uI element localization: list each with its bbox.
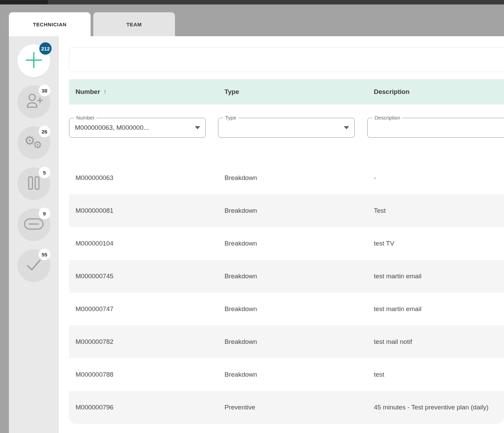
- cell-number: M000000104: [69, 240, 218, 247]
- cell-description: -: [367, 174, 504, 182]
- cell-number: M000000782: [69, 338, 218, 346]
- cell-type: Breakdown: [218, 207, 367, 214]
- toolbar-search-box[interactable]: [69, 47, 504, 72]
- cell-type: Breakdown: [218, 174, 367, 182]
- link-icon: [24, 218, 44, 231]
- filter-row: Number M000000063, M000000... Type Descr…: [69, 118, 504, 138]
- paused-button[interactable]: 5: [17, 167, 50, 200]
- plus-icon: [25, 51, 43, 70]
- badge-count: 212: [39, 42, 52, 55]
- cell-description: test TV: [367, 240, 504, 247]
- table-row[interactable]: M000000788 Breakdown test: [69, 358, 504, 391]
- cell-description: Test: [367, 207, 504, 214]
- linked-button[interactable]: 9: [17, 208, 50, 241]
- table-row[interactable]: M000000081 Breakdown Test: [69, 194, 504, 227]
- badge-count: 38: [39, 85, 50, 96]
- chevron-down-icon: [195, 126, 200, 129]
- window-top-bar: [0, 0, 504, 4]
- description-filter-input[interactable]: Description: [367, 118, 504, 138]
- cell-description: test mail notif: [367, 338, 504, 346]
- cell-type: Preventive: [218, 404, 367, 411]
- badge-count: 5: [39, 167, 50, 178]
- cell-number: M000000081: [69, 207, 218, 214]
- window-top-bar-segment: [0, 0, 48, 4]
- type-filter-label: Type: [223, 115, 239, 121]
- cell-type: Breakdown: [218, 338, 367, 346]
- cell-number: M000000747: [69, 305, 218, 313]
- create-work-order-button[interactable]: 212: [17, 44, 50, 77]
- cell-description: test martin email: [367, 273, 504, 280]
- tab-team[interactable]: TEAM: [93, 12, 175, 36]
- tab-team-label: TEAM: [126, 22, 142, 27]
- type-filter-value: [218, 118, 354, 137]
- person-add-icon: [25, 93, 43, 110]
- column-header-description[interactable]: Description: [367, 88, 504, 96]
- cell-description: test: [367, 371, 504, 378]
- cell-description: 45 minutes - Test preventive plan (daily…: [367, 404, 504, 411]
- tab-technician[interactable]: TECHNICIAN: [9, 12, 91, 36]
- table-row[interactable]: M000000745 Breakdown test martin email: [69, 260, 504, 293]
- gears-icon: ⚙⚙: [24, 135, 43, 151]
- cell-type: Breakdown: [218, 273, 367, 280]
- table-row[interactable]: M000000063 Breakdown -: [69, 162, 504, 194]
- table-body: M000000063 Breakdown - M000000081 Breakd…: [69, 162, 504, 424]
- table-row[interactable]: M000000796 Preventive 45 minutes - Test …: [69, 391, 504, 424]
- description-filter-value: [368, 118, 504, 137]
- badge-count: 26: [39, 126, 50, 137]
- cell-type: Breakdown: [218, 371, 367, 378]
- cell-type: Breakdown: [218, 305, 367, 313]
- assign-person-button[interactable]: 38: [17, 85, 50, 118]
- cell-number: M000000788: [69, 371, 218, 378]
- main-panel: 212 38 ⚙⚙ 26: [9, 36, 504, 433]
- sort-asc-icon: ↑: [104, 88, 107, 95]
- content-area: Number↑ Type Description Number M0000000…: [59, 36, 504, 433]
- in-progress-button[interactable]: ⚙⚙ 26: [17, 126, 50, 159]
- table-header-row: Number↑ Type Description: [69, 79, 504, 104]
- cell-number: M000000796: [69, 404, 218, 411]
- tab-bar: TECHNICIAN TEAM: [9, 12, 175, 36]
- pause-icon: [28, 176, 40, 191]
- cell-description: test martin email: [367, 305, 504, 313]
- check-icon: [26, 259, 42, 273]
- badge-count: 9: [39, 208, 50, 219]
- cell-number: M000000063: [69, 174, 218, 182]
- tab-technician-label: TECHNICIAN: [33, 22, 67, 27]
- badge-count: 55: [39, 249, 50, 260]
- cell-number: M000000745: [69, 273, 218, 280]
- number-filter-value: M000000063, M000000...: [69, 118, 205, 137]
- sidebar: 212 38 ⚙⚙ 26: [9, 36, 59, 433]
- description-filter-label: Description: [372, 115, 402, 121]
- table-row[interactable]: M000000747 Breakdown test martin email: [69, 293, 504, 325]
- chevron-down-icon: [344, 126, 349, 129]
- type-filter-select[interactable]: Type: [218, 118, 355, 138]
- column-header-type[interactable]: Type: [218, 88, 367, 96]
- table-row[interactable]: M000000104 Breakdown test TV: [69, 227, 504, 260]
- completed-button[interactable]: 55: [17, 249, 50, 282]
- cell-type: Breakdown: [218, 240, 367, 247]
- number-filter-label: Number: [74, 115, 96, 121]
- number-filter-select[interactable]: Number M000000063, M000000...: [69, 118, 206, 138]
- table-row[interactable]: M000000782 Breakdown test mail notif: [69, 325, 504, 358]
- column-header-number[interactable]: Number↑: [69, 88, 218, 96]
